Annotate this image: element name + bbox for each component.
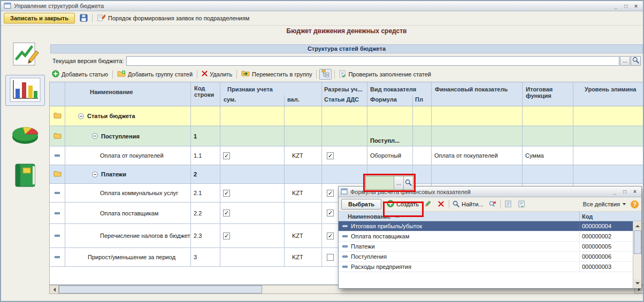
sum-checkbox[interactable]: ✓ (223, 190, 230, 197)
list-row[interactable]: Итоговая прибыль/убыток 000000004 (339, 221, 641, 231)
list-row[interactable]: Расходы предприятия 000000003 (339, 262, 641, 272)
sidebar-item-budget-structure[interactable] (5, 75, 45, 106)
table-row-group[interactable]: Поступления 1 Поступл... (50, 126, 643, 146)
fin-indicator-cell[interactable]: Оплата от покупателей (432, 146, 523, 165)
dds-checkbox[interactable]: ✓ (327, 210, 334, 216)
scroll-left-button[interactable] (50, 285, 59, 293)
save-close-button[interactable]: Записать и закрыть (4, 13, 75, 24)
dds-checkbox[interactable]: ✓ (327, 233, 334, 239)
item-dash-icon (342, 225, 348, 227)
code-cell[interactable]: 2 (191, 165, 220, 183)
add-group-button[interactable]: Добавить группу статей (116, 69, 194, 80)
collapse-icon[interactable] (92, 133, 98, 139)
column-header-account-flags: Признаки учета (220, 82, 322, 95)
item-dash-icon (55, 212, 60, 214)
folder-icon (53, 112, 62, 120)
sum-checkbox[interactable]: ✓ (223, 233, 230, 239)
name-cell[interactable]: Оплата коммунальных услуг (65, 184, 191, 202)
scrollbar-thumb[interactable] (59, 285, 262, 293)
name-cell[interactable]: Перечисление налогов в бюджет (65, 224, 191, 247)
list-column-header-code[interactable]: Код (579, 212, 633, 221)
sum-checkbox[interactable]: ✓ (223, 152, 230, 159)
collapse-icon[interactable] (78, 113, 84, 119)
sidebar-item-ledger[interactable] (5, 160, 45, 191)
dds-checkbox[interactable]: ✓ (327, 152, 334, 159)
currency-cell[interactable]: KZT (285, 224, 322, 247)
editor-lookup-button[interactable]: ... (394, 176, 403, 189)
dialog-minimize-button[interactable]: _ (610, 188, 619, 196)
list-settings-button[interactable] (502, 199, 514, 210)
formula-cell[interactable]: Оборотный (367, 146, 413, 165)
select-button[interactable]: Выбрать (341, 199, 381, 210)
code-cell[interactable]: 2.2 (191, 203, 220, 223)
code-cell: 000000003 (579, 262, 633, 272)
requests-order-button[interactable]: Порядок формирования заявок по подраздел… (95, 13, 251, 24)
scrollbar-thumb[interactable] (634, 230, 641, 254)
table-row-group[interactable]: Платежи 2 (50, 165, 643, 184)
minimize-button[interactable]: _ (611, 2, 620, 10)
table-row[interactable]: Оплата от покупателей 1.1 ✓ KZT ✓ Оборот… (50, 146, 643, 165)
formula-editor-field[interactable] (366, 176, 394, 189)
dds-checkbox[interactable]: ✓ (327, 190, 334, 197)
chevron-down-icon (623, 203, 626, 205)
scroll-up-button[interactable] (634, 222, 641, 230)
create-button[interactable]: Создать (385, 199, 420, 210)
code-cell[interactable]: 3 (191, 248, 220, 266)
version-lookup-button[interactable]: ... (620, 56, 630, 66)
name-cell[interactable]: Платежи (65, 165, 191, 183)
hierarchy-toggle-button[interactable] (319, 69, 332, 80)
version-search-button[interactable] (631, 56, 641, 66)
column-header-formula: Формула (367, 95, 413, 106)
list-row[interactable]: Платежи 000000005 (339, 242, 641, 252)
delete-icon (438, 201, 444, 208)
budget-version-input[interactable] (126, 56, 619, 66)
budget-version-row: Текущая версия бюджета: ... (52, 56, 641, 66)
close-button[interactable]: × (632, 2, 640, 10)
list-settings-icon (505, 200, 511, 208)
total-function-cell[interactable]: Сумма (523, 146, 573, 165)
help-icon[interactable]: ? (631, 200, 639, 208)
name-cell[interactable]: Оплата поставщикам (65, 203, 191, 223)
add-article-button[interactable]: Добавить статью (50, 69, 110, 80)
list-row[interactable]: Поступления 000000006 (339, 252, 641, 262)
code-cell[interactable]: 1 (191, 126, 220, 146)
dialog-close-button[interactable]: × (631, 188, 639, 196)
currency-cell[interactable]: KZT (285, 146, 322, 165)
dds-checkbox[interactable] (327, 254, 334, 261)
sidebar-item-data-entry[interactable] (5, 40, 45, 71)
output-list-button[interactable] (516, 199, 527, 210)
find-button[interactable]: Найти... (451, 199, 485, 210)
formula-cell-editor[interactable]: ... (365, 176, 413, 190)
delete-button[interactable]: Удалить (200, 69, 234, 80)
check-fill-button[interactable]: Проверить заполнение статей (338, 69, 433, 80)
name-cell[interactable]: Статьи бюджета (65, 106, 191, 126)
column-header-row-code: Код строки (191, 82, 220, 106)
editor-search-button[interactable] (403, 176, 413, 189)
code-cell[interactable]: 2.1 (191, 184, 220, 202)
formula-cell[interactable]: Поступл... (367, 126, 413, 146)
item-dash-icon (55, 192, 60, 194)
list-row[interactable]: Оплата поставщикам 000000002 (339, 231, 641, 242)
vertical-scrollbar[interactable] (633, 221, 641, 288)
delete-button[interactable] (435, 199, 447, 210)
collapse-icon[interactable] (92, 172, 98, 177)
name-cell[interactable]: Оплата от покупателей (65, 146, 191, 165)
all-actions-button[interactable]: Все действия (581, 201, 628, 207)
sum-checkbox[interactable]: ✓ (223, 210, 230, 216)
name-cell[interactable]: Поступления (65, 126, 191, 146)
table-row-group[interactable]: Статьи бюджета (50, 106, 643, 126)
clear-search-button[interactable] (487, 199, 499, 210)
sidebar-item-reports[interactable] (5, 120, 45, 151)
currency-cell[interactable]: KZT (285, 184, 322, 202)
currency-cell[interactable]: KZT (285, 248, 322, 266)
name-cell[interactable]: Прирост/уменьшение за период (65, 248, 191, 266)
dialog-maximize-button[interactable]: □ (620, 188, 629, 196)
code-cell[interactable]: 2.3 (191, 224, 220, 247)
maximize-button[interactable]: □ (622, 2, 630, 10)
code-cell[interactable]: 1.1 (191, 146, 220, 165)
edit-button[interactable] (422, 199, 434, 210)
scroll-down-button[interactable] (634, 280, 641, 288)
save-button[interactable] (78, 13, 89, 24)
move-to-group-button[interactable]: Переместить в группу (240, 69, 313, 80)
list-column-header-name[interactable]: Наименование (339, 212, 579, 221)
